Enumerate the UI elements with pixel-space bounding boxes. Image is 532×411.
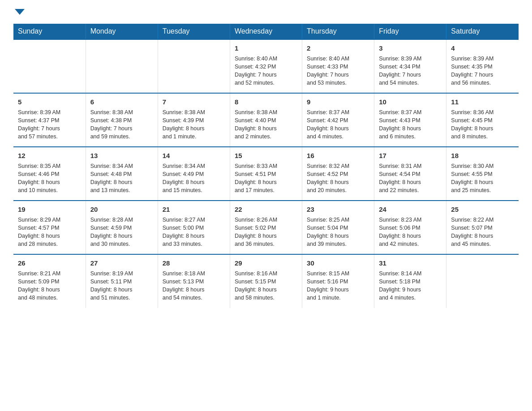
day-info: Sunrise: 8:39 AM Sunset: 4:37 PM Dayligh… xyxy=(18,108,81,141)
calendar-week-row: 5Sunrise: 8:39 AM Sunset: 4:37 PM Daylig… xyxy=(13,93,519,147)
day-info: Sunrise: 8:38 AM Sunset: 4:38 PM Dayligh… xyxy=(90,108,153,141)
day-info: Sunrise: 8:31 AM Sunset: 4:54 PM Dayligh… xyxy=(379,162,442,195)
calendar-day-cell: 10Sunrise: 8:37 AM Sunset: 4:43 PM Dayli… xyxy=(374,93,446,147)
day-info: Sunrise: 8:37 AM Sunset: 4:42 PM Dayligh… xyxy=(307,108,369,141)
day-info: Sunrise: 8:19 AM Sunset: 5:11 PM Dayligh… xyxy=(90,270,153,302)
day-number: 21 xyxy=(163,205,225,214)
day-number: 6 xyxy=(90,97,153,107)
day-info: Sunrise: 8:36 AM Sunset: 4:45 PM Dayligh… xyxy=(451,108,514,141)
day-number: 3 xyxy=(379,43,442,53)
day-number: 12 xyxy=(18,151,81,160)
day-number: 8 xyxy=(235,97,297,107)
day-of-week-header: Monday xyxy=(86,24,158,39)
day-number: 5 xyxy=(18,97,81,107)
calendar-day-cell: 18Sunrise: 8:30 AM Sunset: 4:55 PM Dayli… xyxy=(446,147,519,201)
calendar-week-row: 26Sunrise: 8:21 AM Sunset: 5:09 PM Dayli… xyxy=(13,254,519,308)
day-number: 23 xyxy=(307,205,369,214)
day-info: Sunrise: 8:39 AM Sunset: 4:35 PM Dayligh… xyxy=(451,55,514,87)
logo-text xyxy=(13,9,25,15)
calendar-day-cell: 13Sunrise: 8:34 AM Sunset: 4:48 PM Dayli… xyxy=(86,147,158,201)
day-number: 18 xyxy=(451,151,514,160)
day-number: 29 xyxy=(235,258,297,268)
calendar-day-cell: 6Sunrise: 8:38 AM Sunset: 4:38 PM Daylig… xyxy=(86,93,158,147)
day-number: 25 xyxy=(451,205,514,214)
calendar-day-cell: 30Sunrise: 8:15 AM Sunset: 5:16 PM Dayli… xyxy=(302,254,374,308)
day-info: Sunrise: 8:23 AM Sunset: 5:06 PM Dayligh… xyxy=(379,216,442,248)
day-of-week-header: Thursday xyxy=(302,24,374,39)
calendar-day-cell: 23Sunrise: 8:25 AM Sunset: 5:04 PM Dayli… xyxy=(302,201,374,254)
day-number: 9 xyxy=(307,97,369,107)
logo xyxy=(13,9,25,15)
calendar-body: 1Sunrise: 8:40 AM Sunset: 4:32 PM Daylig… xyxy=(13,39,519,308)
calendar-day-cell: 8Sunrise: 8:38 AM Sunset: 4:40 PM Daylig… xyxy=(230,93,302,147)
day-number: 26 xyxy=(18,258,81,268)
day-number: 15 xyxy=(235,151,297,160)
day-info: Sunrise: 8:38 AM Sunset: 4:39 PM Dayligh… xyxy=(163,108,225,141)
day-of-week-header: Friday xyxy=(374,24,446,39)
day-number: 20 xyxy=(90,205,153,214)
day-info: Sunrise: 8:27 AM Sunset: 5:00 PM Dayligh… xyxy=(163,216,225,248)
calendar-day-cell: 29Sunrise: 8:16 AM Sunset: 5:15 PM Dayli… xyxy=(230,254,302,308)
calendar-day-cell: 4Sunrise: 8:39 AM Sunset: 4:35 PM Daylig… xyxy=(446,39,519,93)
day-number: 27 xyxy=(90,258,153,268)
calendar-day-cell: 5Sunrise: 8:39 AM Sunset: 4:37 PM Daylig… xyxy=(13,93,86,147)
logo-arrow-icon xyxy=(15,9,25,15)
day-info: Sunrise: 8:16 AM Sunset: 5:15 PM Dayligh… xyxy=(235,270,297,302)
day-info: Sunrise: 8:34 AM Sunset: 4:49 PM Dayligh… xyxy=(163,162,225,195)
calendar-week-row: 12Sunrise: 8:35 AM Sunset: 4:46 PM Dayli… xyxy=(13,147,519,201)
calendar-week-row: 19Sunrise: 8:29 AM Sunset: 4:57 PM Dayli… xyxy=(13,201,519,254)
day-info: Sunrise: 8:25 AM Sunset: 5:04 PM Dayligh… xyxy=(307,216,369,248)
day-info: Sunrise: 8:21 AM Sunset: 5:09 PM Dayligh… xyxy=(18,270,81,302)
day-number: 7 xyxy=(163,97,225,107)
calendar-day-cell: 14Sunrise: 8:34 AM Sunset: 4:49 PM Dayli… xyxy=(158,147,230,201)
day-number: 31 xyxy=(379,258,442,268)
day-number: 28 xyxy=(163,258,225,268)
day-number: 16 xyxy=(307,151,369,160)
calendar-day-cell: 21Sunrise: 8:27 AM Sunset: 5:00 PM Dayli… xyxy=(158,201,230,254)
calendar-day-cell: 31Sunrise: 8:14 AM Sunset: 5:18 PM Dayli… xyxy=(374,254,446,308)
day-number: 13 xyxy=(90,151,153,160)
calendar-day-cell: 9Sunrise: 8:37 AM Sunset: 4:42 PM Daylig… xyxy=(302,93,374,147)
day-info: Sunrise: 8:18 AM Sunset: 5:13 PM Dayligh… xyxy=(163,270,225,302)
day-info: Sunrise: 8:37 AM Sunset: 4:43 PM Dayligh… xyxy=(379,108,442,141)
day-info: Sunrise: 8:34 AM Sunset: 4:48 PM Dayligh… xyxy=(90,162,153,195)
calendar-header: SundayMondayTuesdayWednesdayThursdayFrid… xyxy=(13,24,519,39)
calendar-day-cell: 27Sunrise: 8:19 AM Sunset: 5:11 PM Dayli… xyxy=(86,254,158,308)
calendar-day-cell: 7Sunrise: 8:38 AM Sunset: 4:39 PM Daylig… xyxy=(158,93,230,147)
day-number: 2 xyxy=(307,43,369,53)
day-info: Sunrise: 8:38 AM Sunset: 4:40 PM Dayligh… xyxy=(235,108,297,141)
day-number: 19 xyxy=(18,205,81,214)
day-info: Sunrise: 8:29 AM Sunset: 4:57 PM Dayligh… xyxy=(18,216,81,248)
day-info: Sunrise: 8:39 AM Sunset: 4:34 PM Dayligh… xyxy=(379,55,442,87)
day-info: Sunrise: 8:33 AM Sunset: 4:51 PM Dayligh… xyxy=(235,162,297,195)
day-number: 14 xyxy=(163,151,225,160)
calendar-day-cell: 24Sunrise: 8:23 AM Sunset: 5:06 PM Dayli… xyxy=(374,201,446,254)
day-number: 17 xyxy=(379,151,442,160)
calendar-day-cell: 22Sunrise: 8:26 AM Sunset: 5:02 PM Dayli… xyxy=(230,201,302,254)
calendar-day-cell: 15Sunrise: 8:33 AM Sunset: 4:51 PM Dayli… xyxy=(230,147,302,201)
day-info: Sunrise: 8:22 AM Sunset: 5:07 PM Dayligh… xyxy=(451,216,514,248)
day-number: 1 xyxy=(235,43,297,53)
calendar-day-cell: 17Sunrise: 8:31 AM Sunset: 4:54 PM Dayli… xyxy=(374,147,446,201)
day-number: 11 xyxy=(451,97,514,107)
day-info: Sunrise: 8:26 AM Sunset: 5:02 PM Dayligh… xyxy=(235,216,297,248)
day-of-week-header: Tuesday xyxy=(158,24,230,39)
days-of-week-row: SundayMondayTuesdayWednesdayThursdayFrid… xyxy=(13,24,519,39)
page-header xyxy=(13,9,519,15)
calendar-day-cell: 25Sunrise: 8:22 AM Sunset: 5:07 PM Dayli… xyxy=(446,201,519,254)
day-number: 30 xyxy=(307,258,369,268)
calendar-day-cell xyxy=(86,39,158,93)
calendar-day-cell: 16Sunrise: 8:32 AM Sunset: 4:52 PM Dayli… xyxy=(302,147,374,201)
calendar-day-cell xyxy=(446,254,519,308)
calendar-day-cell: 12Sunrise: 8:35 AM Sunset: 4:46 PM Dayli… xyxy=(13,147,86,201)
calendar-day-cell: 11Sunrise: 8:36 AM Sunset: 4:45 PM Dayli… xyxy=(446,93,519,147)
day-info: Sunrise: 8:14 AM Sunset: 5:18 PM Dayligh… xyxy=(379,270,442,302)
day-number: 4 xyxy=(451,43,514,53)
day-number: 22 xyxy=(235,205,297,214)
calendar-day-cell: 3Sunrise: 8:39 AM Sunset: 4:34 PM Daylig… xyxy=(374,39,446,93)
calendar-day-cell: 19Sunrise: 8:29 AM Sunset: 4:57 PM Dayli… xyxy=(13,201,86,254)
calendar-day-cell xyxy=(158,39,230,93)
day-info: Sunrise: 8:15 AM Sunset: 5:16 PM Dayligh… xyxy=(307,270,369,302)
calendar-day-cell xyxy=(13,39,86,93)
day-number: 24 xyxy=(379,205,442,214)
